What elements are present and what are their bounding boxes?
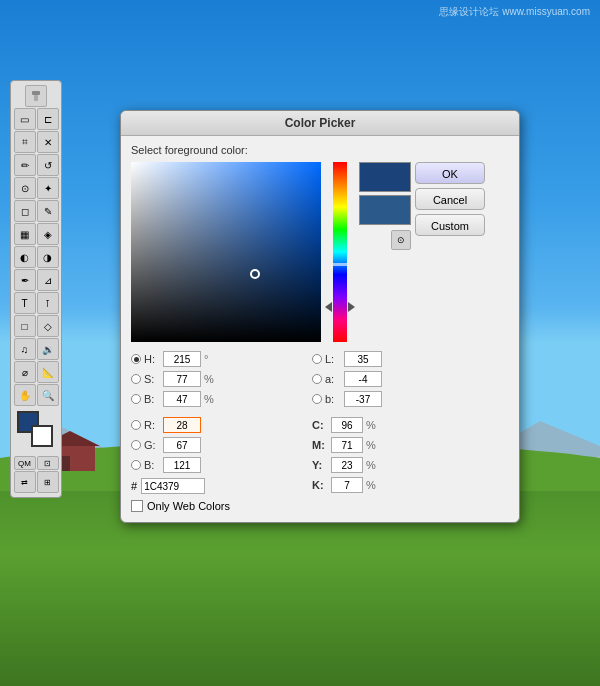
bottom-section: H: ° S: %	[131, 346, 485, 512]
g-label: G:	[144, 439, 160, 451]
b3-label: b:	[325, 393, 341, 405]
b2-input[interactable]	[163, 457, 201, 473]
tool-history[interactable]: ↺	[37, 154, 59, 176]
b2-radio[interactable]	[131, 460, 141, 470]
b-input[interactable]	[163, 391, 201, 407]
tool-extra2[interactable]: ⊞	[37, 471, 59, 493]
svg-rect-7	[34, 95, 38, 101]
r-row: R:	[131, 416, 304, 434]
tool-crop[interactable]: ⌗	[14, 131, 36, 153]
hsb-rgb-values: H: ° S: %	[131, 350, 304, 494]
custom-button[interactable]: Custom	[415, 214, 485, 236]
hue-arrow-right	[348, 302, 355, 312]
hex-input[interactable]	[141, 478, 205, 494]
l-radio[interactable]	[312, 354, 322, 364]
tool-fill[interactable]: ◈	[37, 223, 59, 245]
tool-eraser[interactable]: ◻	[14, 200, 36, 222]
h-radio[interactable]	[131, 354, 141, 364]
color-field-dark-overlay	[131, 162, 321, 342]
b-radio[interactable]	[131, 394, 141, 404]
hue-slider[interactable]	[333, 162, 347, 342]
b3-input[interactable]	[344, 391, 382, 407]
k-row: K: %	[312, 476, 485, 494]
color-picker-dialog: Color Picker Select foreground color:	[120, 110, 520, 523]
tool-hand[interactable]: ✋	[14, 384, 36, 406]
g-input[interactable]	[163, 437, 201, 453]
svg-rect-6	[32, 91, 40, 95]
r-input[interactable]	[163, 417, 201, 433]
ok-button[interactable]: OK	[415, 162, 485, 184]
tool-shape-rect[interactable]: □	[14, 315, 36, 337]
a-input[interactable]	[344, 371, 382, 387]
b-unit: %	[204, 393, 214, 405]
tool-pencil[interactable]: ✎	[37, 200, 59, 222]
eyedropper-button[interactable]: ⊙	[391, 230, 411, 250]
k-input[interactable]	[331, 477, 363, 493]
tool-notes[interactable]: ♫	[14, 338, 36, 360]
tool-clone[interactable]: ⊙	[14, 177, 36, 199]
dialog-content: Select foreground color:	[121, 136, 519, 522]
a-label: a:	[325, 373, 341, 385]
s-row: S: %	[131, 370, 304, 388]
tool-measure[interactable]: ✕	[37, 131, 59, 153]
dialog-label: Select foreground color:	[131, 144, 509, 156]
tool-zoom[interactable]: 🔍	[37, 384, 59, 406]
l-label: L:	[325, 353, 341, 365]
y-label: Y:	[312, 459, 328, 471]
tool-brush-icon[interactable]	[25, 85, 47, 107]
h-input[interactable]	[163, 351, 201, 367]
m-unit: %	[366, 439, 376, 451]
tool-pen[interactable]: ✒	[14, 269, 36, 291]
tool-shape-custom[interactable]: ◇	[37, 315, 59, 337]
s-unit: %	[204, 373, 214, 385]
tool-audio[interactable]: 🔉	[37, 338, 59, 360]
web-colors-row: Only Web Colors	[131, 500, 485, 512]
color-saturation-field[interactable]	[131, 162, 321, 342]
g-radio[interactable]	[131, 440, 141, 450]
b3-row: b:	[312, 390, 485, 408]
tool-brush[interactable]: ✏	[14, 154, 36, 176]
s-input[interactable]	[163, 371, 201, 387]
tool-pattern[interactable]: ✦	[37, 177, 59, 199]
toolbar: ▭ ⊏ ⌗ ✕ ✏ ↺ ⊙ ✦ ◻ ✎ ▦ ◈ ◐ ◑ ✒ ⊿ T ⊺ □ ◇ …	[10, 80, 62, 498]
dialog-titlebar: Color Picker	[121, 111, 519, 136]
only-web-colors-checkbox[interactable]	[131, 500, 143, 512]
tool-gradient[interactable]: ▦	[14, 223, 36, 245]
h-row: H: °	[131, 350, 304, 368]
hex-symbol: #	[131, 480, 137, 492]
old-color-preview	[359, 195, 411, 225]
tool-text[interactable]: T	[14, 292, 36, 314]
new-color-preview	[359, 162, 411, 192]
tool-text-vertical[interactable]: ⊺	[37, 292, 59, 314]
y-input[interactable]	[331, 457, 363, 473]
k-label: K:	[312, 479, 328, 491]
m-row: M: %	[312, 436, 485, 454]
only-web-colors-label: Only Web Colors	[147, 500, 230, 512]
cancel-button[interactable]: Cancel	[415, 188, 485, 210]
hue-arrow-left	[325, 302, 332, 312]
tool-measure2[interactable]: 📐	[37, 361, 59, 383]
m-input[interactable]	[331, 437, 363, 453]
a-radio[interactable]	[312, 374, 322, 384]
tool-marquee-rect[interactable]: ▭	[14, 108, 36, 130]
tool-path[interactable]: ⊿	[37, 269, 59, 291]
s-radio[interactable]	[131, 374, 141, 384]
background-color-swatch[interactable]	[31, 425, 53, 447]
k-unit: %	[366, 479, 376, 491]
a-row: a:	[312, 370, 485, 388]
tool-extra1[interactable]: ⇄	[14, 471, 36, 493]
dialog-title: Color Picker	[285, 116, 356, 130]
tool-eyedropper[interactable]: ⌀	[14, 361, 36, 383]
tool-burn[interactable]: ◑	[37, 246, 59, 268]
m-label: M:	[312, 439, 328, 451]
b3-radio[interactable]	[312, 394, 322, 404]
g-row: G:	[131, 436, 304, 454]
tool-marquee-lasso[interactable]: ⊏	[37, 108, 59, 130]
lab-cmyk-values: L: a: b:	[304, 350, 485, 494]
tool-quick-mask[interactable]: QM	[14, 456, 36, 470]
tool-dodge[interactable]: ◐	[14, 246, 36, 268]
c-input[interactable]	[331, 417, 363, 433]
tool-screen-mode[interactable]: ⊡	[37, 456, 59, 470]
r-radio[interactable]	[131, 420, 141, 430]
l-input[interactable]	[344, 351, 382, 367]
